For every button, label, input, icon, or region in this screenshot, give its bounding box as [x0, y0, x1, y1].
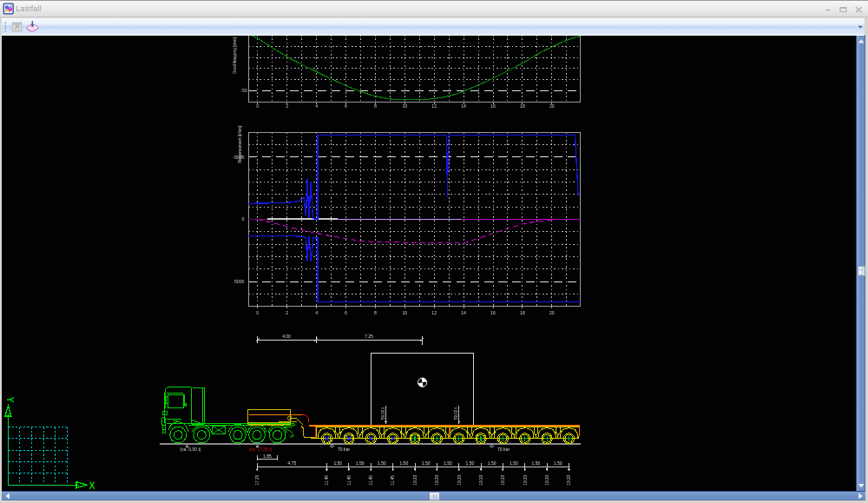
- svg-text:11,45: 11,45: [325, 475, 329, 486]
- svg-text:(ca. 0,00 t): (ca. 0,00 t): [180, 447, 201, 452]
- svg-text:10,20: 10,20: [523, 474, 527, 485]
- svg-text:16: 16: [490, 103, 496, 109]
- svg-text:Durchbiegung [mm]: Durchbiegung [mm]: [233, 37, 237, 74]
- svg-text:10,20: 10,20: [479, 474, 483, 485]
- svg-text:18: 18: [520, 103, 525, 109]
- svg-text:59,00 t: 59,00 t: [381, 407, 385, 420]
- svg-text:6: 6: [345, 310, 347, 315]
- svg-text:8: 8: [374, 103, 377, 109]
- svg-text:1.50: 1.50: [333, 460, 342, 466]
- svg-text:1.50: 1.50: [488, 460, 496, 466]
- svg-text:18: 18: [520, 310, 525, 315]
- svg-text:(ca. 17,25 t): (ca. 17,25 t): [249, 447, 273, 452]
- svg-text:4.75: 4.75: [287, 460, 296, 466]
- svg-text:20: 20: [549, 310, 555, 315]
- svg-text:X: X: [89, 480, 95, 491]
- svg-text:6: 6: [345, 103, 347, 109]
- svg-text:10,20: 10,20: [567, 474, 571, 485]
- svg-text:70 bar: 70 bar: [338, 447, 351, 452]
- svg-text:0: 0: [242, 216, 245, 222]
- svg-text:-50: -50: [240, 88, 247, 93]
- svg-text:4: 4: [315, 310, 318, 315]
- svg-text:17,25: 17,25: [255, 474, 260, 485]
- svg-text:1.85: 1.85: [263, 453, 272, 459]
- svg-text:12: 12: [431, 310, 437, 315]
- svg-text:10,20: 10,20: [545, 474, 549, 485]
- svg-text:14: 14: [461, 310, 466, 315]
- svg-text:20: 20: [549, 103, 555, 109]
- svg-text:1.50: 1.50: [422, 460, 431, 466]
- svg-text:14: 14: [461, 103, 466, 109]
- svg-text:16: 16: [490, 310, 496, 315]
- svg-text:1.50: 1.50: [510, 460, 518, 466]
- svg-text:Biegemoment [kNm]: Biegemoment [kNm]: [238, 125, 242, 162]
- svg-text:2: 2: [286, 310, 288, 315]
- svg-text:1.50: 1.50: [356, 460, 365, 466]
- svg-text:4: 4: [315, 103, 318, 109]
- svg-text:59,00 t: 59,00 t: [454, 407, 458, 420]
- svg-text:7.25: 7.25: [365, 334, 373, 339]
- svg-text:1.50: 1.50: [554, 460, 562, 466]
- svg-text:10: 10: [402, 103, 407, 109]
- svg-text:0: 0: [256, 310, 259, 315]
- svg-text:11,45: 11,45: [347, 475, 352, 486]
- svg-text:10,20: 10,20: [413, 474, 418, 485]
- svg-text:11,45: 11,45: [369, 475, 373, 486]
- svg-text:12: 12: [431, 103, 437, 109]
- svg-text:11,45: 11,45: [391, 475, 395, 486]
- svg-text:5000: 5000: [234, 279, 245, 284]
- svg-text:8: 8: [374, 310, 377, 315]
- svg-text:10: 10: [402, 310, 407, 315]
- svg-text:1.50: 1.50: [465, 460, 474, 466]
- svg-text:10,20: 10,20: [435, 474, 439, 485]
- svg-text:1.50: 1.50: [378, 460, 386, 466]
- svg-text:70 bar: 70 bar: [497, 447, 510, 452]
- svg-text:10,20: 10,20: [457, 474, 461, 485]
- svg-text:0: 0: [256, 103, 259, 109]
- svg-text:10,20: 10,20: [501, 474, 505, 485]
- svg-text:1.50: 1.50: [444, 460, 452, 466]
- svg-text:2: 2: [286, 103, 288, 109]
- svg-text:4.00: 4.00: [282, 334, 291, 339]
- svg-text:1.50: 1.50: [531, 460, 540, 466]
- svg-text:Y: Y: [5, 397, 16, 403]
- svg-text:1.50: 1.50: [399, 460, 408, 466]
